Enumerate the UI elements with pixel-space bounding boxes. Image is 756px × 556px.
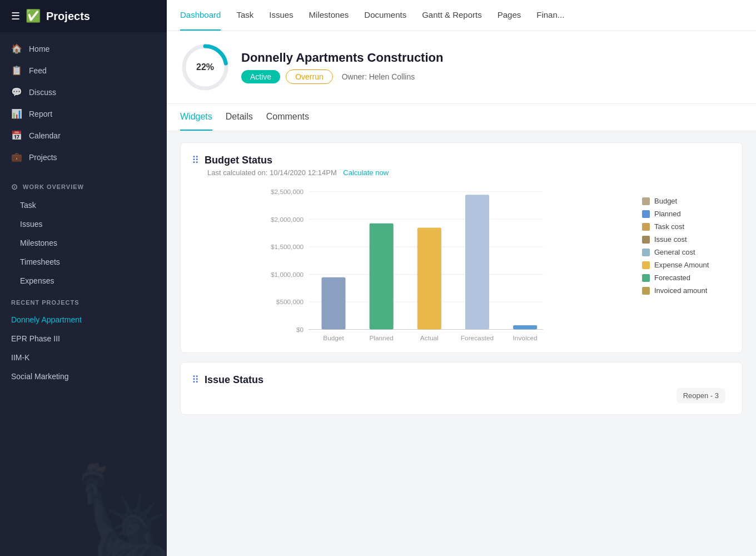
sidebar-item-home-label: Home — [29, 44, 49, 53]
legend-color-planned — [642, 210, 650, 218]
nav-task[interactable]: Task — [236, 0, 253, 31]
chart-legend: Budget Planned Task cost Issue cost — [642, 186, 731, 341]
sidebar-item-calendar[interactable]: 📅 Calendar — [0, 125, 167, 146]
recent-project-donnely[interactable]: Donnely Appartment — [0, 310, 167, 329]
recent-project-iimk[interactable]: IIM-K — [0, 348, 167, 367]
top-nav: Dashboard Task Issues Milestones Documen… — [167, 0, 756, 31]
svg-text:$2,000,000: $2,000,000 — [271, 216, 304, 224]
svg-rect-16 — [417, 227, 441, 329]
sidebar-item-task[interactable]: Task — [0, 196, 167, 215]
legend-color-task-cost — [642, 223, 650, 231]
sidebar-item-discuss-label: Discuss — [29, 88, 56, 97]
budget-status-card: ⠿ Budget Status Last calculated on: 10/1… — [180, 142, 743, 353]
work-overview-section: ⊙ WORK OVERVIEW — [0, 173, 167, 196]
legend-issue-cost: Issue cost — [642, 235, 731, 244]
calculate-now-link[interactable]: Calculate now — [343, 168, 389, 177]
tab-details[interactable]: Details — [226, 104, 253, 131]
nav-issues[interactable]: Issues — [269, 0, 293, 31]
legend-color-invoiced — [642, 287, 650, 295]
tab-comments[interactable]: Comments — [266, 104, 309, 131]
nav-documents[interactable]: Documents — [364, 0, 406, 31]
legend-color-general-cost — [642, 249, 650, 256]
tab-widgets[interactable]: Widgets — [180, 104, 212, 131]
legend-label-invoiced: Invoiced amount — [654, 286, 707, 295]
sidebar-item-projects-label: Projects — [29, 153, 57, 162]
nav-gantt[interactable]: Gantt & Reports — [422, 0, 482, 31]
calendar-icon: 📅 — [11, 130, 22, 141]
projects-icon: 💼 — [11, 152, 22, 162]
feed-icon: 📋 — [11, 65, 22, 76]
sidebar-header: ☰ ✅ Projects — [0, 0, 167, 32]
content-area: ⠿ Budget Status Last calculated on: 10/1… — [167, 131, 756, 556]
legend-color-budget — [642, 197, 650, 205]
sidebar-item-projects[interactable]: 💼 Projects — [0, 146, 167, 168]
project-title: Donnelly Apartments Construction — [241, 51, 443, 65]
project-owner: Owner: Helen Collins — [342, 72, 415, 81]
nav-milestones[interactable]: Milestones — [309, 0, 349, 31]
legend-forecasted: Forecasted — [642, 274, 731, 282]
nav-dashboard[interactable]: Dashboard — [180, 0, 221, 31]
recent-project-social[interactable]: Social Marketing — [0, 367, 167, 386]
work-overview-icon: ⊙ — [11, 182, 18, 191]
sidebar: ☰ ✅ Projects 🏠 Home 📋 Feed 💬 Discuss 📊 R… — [0, 0, 167, 556]
sidebar-nav: 🏠 Home 📋 Feed 💬 Discuss 📊 Report 📅 Calen… — [0, 32, 167, 173]
legend-budget: Budget — [642, 197, 731, 205]
sidebar-item-report-label: Report — [29, 110, 52, 118]
legend-general-cost: General cost — [642, 248, 731, 256]
svg-text:$0: $0 — [296, 326, 304, 334]
project-header: 22% Donnelly Apartments Construction Act… — [167, 31, 756, 104]
chart-container: $2,500,000 $2,000,000 $1,500,000 $1,000,… — [192, 186, 631, 341]
nav-pages[interactable]: Pages — [498, 0, 521, 31]
budget-chart-area: $2,500,000 $2,000,000 $1,500,000 $1,000,… — [192, 186, 731, 341]
svg-rect-14 — [321, 277, 345, 330]
sidebar-item-discuss[interactable]: 💬 Discuss — [0, 81, 167, 103]
legend-label-budget: Budget — [654, 197, 677, 205]
sidebar-item-calendar-label: Calendar — [29, 131, 61, 140]
budget-card-header: ⠿ Budget Status — [192, 154, 731, 166]
legend-planned: Planned — [642, 210, 731, 218]
issue-card-header: ⠿ Issue Status — [192, 374, 731, 386]
sidebar-title: Projects — [46, 10, 90, 23]
project-badges: Active Overrun Owner: Helen Collins — [241, 70, 443, 84]
sidebar-item-milestones[interactable]: Milestones — [0, 234, 167, 252]
svg-text:Actual: Actual — [420, 334, 439, 341]
sidebar-item-home[interactable]: 🏠 Home — [0, 38, 167, 59]
badge-overrun: Overrun — [286, 70, 333, 84]
legend-expense-amount: Expense Amount — [642, 261, 731, 269]
legend-invoiced-amount: Invoiced amount — [642, 286, 731, 295]
recent-project-epr[interactable]: EPR Phase III — [0, 329, 167, 348]
svg-rect-18 — [513, 325, 537, 330]
nav-finance[interactable]: Finan... — [536, 0, 564, 31]
legend-label-issue-cost: Issue cost — [654, 235, 687, 244]
work-overview-label: WORK OVERVIEW — [23, 183, 84, 190]
svg-text:Invoiced: Invoiced — [513, 334, 538, 341]
svg-text:Budget: Budget — [323, 334, 344, 341]
project-info: Donnelly Apartments Construction Active … — [241, 51, 443, 84]
sidebar-item-report[interactable]: 📊 Report — [0, 103, 167, 125]
issue-card-title: Issue Status — [205, 374, 263, 386]
reopen-label: Reopen - 3 — [683, 391, 719, 400]
sidebar-item-feed[interactable]: 📋 Feed — [0, 59, 167, 81]
issue-status-card: ⠿ Issue Status Reopen - 3 — [180, 362, 743, 415]
svg-rect-15 — [370, 224, 394, 330]
hamburger-icon[interactable]: ☰ — [11, 10, 20, 22]
recent-projects-label: RECENT PROJECTS — [0, 290, 167, 310]
sidebar-item-expenses[interactable]: Expenses — [0, 271, 167, 290]
logo-icon: ✅ — [26, 9, 41, 23]
reopen-badge: Reopen - 3 — [677, 388, 725, 403]
sidebar-watermark: 🗽 — [72, 463, 167, 556]
legend-color-forecasted — [642, 274, 650, 282]
legend-color-expense — [642, 261, 650, 269]
legend-label-forecasted: Forecasted — [654, 274, 690, 282]
legend-label-general-cost: General cost — [654, 248, 695, 256]
issue-grid-icon: ⠿ — [192, 374, 199, 386]
last-calculated-text: Last calculated on: 10/14/2020 12:14PM — [207, 168, 337, 177]
legend-task-cost: Task cost — [642, 222, 731, 231]
budget-card-subtitle: Last calculated on: 10/14/2020 12:14PM C… — [207, 168, 731, 177]
sidebar-item-issues[interactable]: Issues — [0, 215, 167, 234]
svg-text:Planned: Planned — [369, 334, 393, 341]
sidebar-item-timesheets[interactable]: Timesheets — [0, 252, 167, 271]
main-content: Dashboard Task Issues Milestones Documen… — [167, 0, 756, 556]
sidebar-item-feed-label: Feed — [29, 66, 47, 75]
badge-active: Active — [241, 70, 280, 83]
